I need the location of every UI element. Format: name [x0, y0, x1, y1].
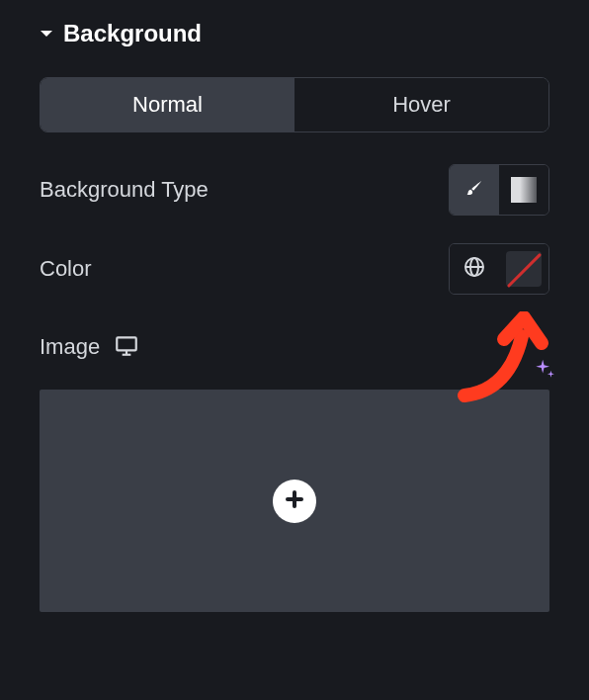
- tab-hover[interactable]: Hover: [294, 78, 548, 131]
- desktop-icon[interactable]: [114, 332, 139, 362]
- color-swatch-none-icon: [506, 251, 542, 287]
- image-upload-area[interactable]: [40, 390, 549, 612]
- plus-icon: [283, 487, 306, 515]
- background-type-gradient-button[interactable]: [499, 165, 548, 215]
- state-tabs: Normal Hover: [40, 77, 549, 132]
- background-type-toggle: [449, 164, 549, 216]
- brush-icon: [463, 177, 485, 203]
- color-picker-button[interactable]: [499, 244, 548, 294]
- globe-icon: [463, 255, 486, 283]
- background-type-label: Background Type: [40, 177, 209, 203]
- svg-rect-3: [117, 337, 136, 350]
- color-controls: [449, 243, 549, 295]
- background-type-classic-button[interactable]: [450, 165, 499, 215]
- global-color-button[interactable]: [450, 244, 499, 294]
- section-title: Background: [63, 20, 202, 47]
- color-label: Color: [40, 256, 92, 282]
- image-label: Image: [40, 334, 100, 360]
- add-image-button[interactable]: [273, 480, 316, 523]
- caret-down-icon: [40, 27, 53, 41]
- tab-normal[interactable]: Normal: [41, 78, 294, 131]
- background-type-row: Background Type: [40, 164, 549, 216]
- image-row: Image: [40, 322, 549, 372]
- color-row: Color: [40, 243, 549, 295]
- section-header[interactable]: Background: [40, 20, 549, 47]
- gradient-icon: [511, 177, 537, 203]
